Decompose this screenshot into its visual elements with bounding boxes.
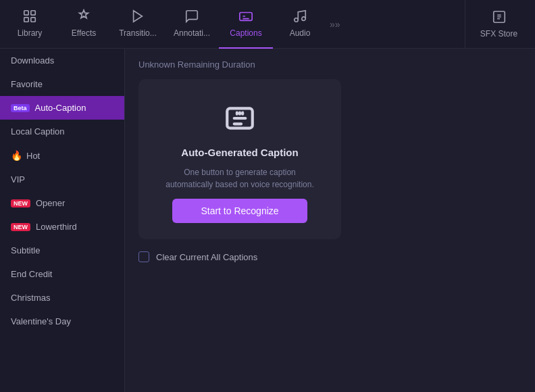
- svg-rect-2: [24, 18, 28, 22]
- sidebar-item-vip[interactable]: VIP: [0, 168, 124, 191]
- nav-audio[interactable]: Audio: [273, 0, 327, 49]
- top-nav: Library Effects Transitio... Annotati...: [0, 0, 535, 49]
- nav-sfx-label: SFX Store: [480, 29, 517, 39]
- sidebar-item-downloads[interactable]: Downloads: [0, 49, 124, 72]
- svg-rect-1: [31, 11, 35, 15]
- start-recognize-button[interactable]: Start to Recognize: [172, 199, 307, 223]
- nav-captions-label: Captions: [230, 28, 261, 38]
- annotations-icon: [184, 9, 199, 26]
- sidebar-subtitle-label: Subtitle: [11, 245, 40, 255]
- svg-point-7: [302, 17, 306, 20]
- nav-annotations[interactable]: Annotati...: [165, 0, 219, 49]
- main-layout: Downloads Favorite Beta Auto-Caption Loc…: [0, 49, 535, 392]
- nav-audio-label: Audio: [290, 28, 311, 38]
- sidebar-item-opener[interactable]: NEW Opener: [0, 191, 124, 215]
- sidebar-item-hot[interactable]: 🔥 Hot: [0, 143, 124, 168]
- nav-transitions[interactable]: Transitio...: [111, 0, 165, 49]
- sfx-icon: [492, 9, 507, 26]
- sidebar-item-end-credit[interactable]: End Credit: [0, 262, 124, 286]
- nav-library[interactable]: Library: [3, 0, 57, 49]
- nav-effects[interactable]: Effects: [57, 0, 111, 49]
- library-icon: [22, 9, 37, 26]
- new-badge-lowerthird: NEW: [11, 223, 30, 231]
- sidebar-end-credit-label: End Credit: [11, 269, 52, 279]
- transitions-icon: [130, 9, 145, 26]
- sidebar-item-favorite[interactable]: Favorite: [0, 72, 124, 96]
- content-area: Unknown Remaining Duration Auto-Generate…: [125, 49, 535, 392]
- sidebar-item-subtitle[interactable]: Subtitle: [0, 239, 124, 262]
- sidebar-auto-caption-label: Auto-Caption: [35, 103, 86, 113]
- sidebar-downloads-label: Downloads: [11, 55, 54, 66]
- sidebar-favorite-label: Favorite: [11, 79, 43, 89]
- sidebar-opener-label: Opener: [36, 198, 65, 208]
- sidebar-local-caption-label: Local Caption: [11, 126, 65, 137]
- sidebar-valentines-label: Valentine's Day: [11, 316, 71, 326]
- sidebar-hot-label: Hot: [26, 151, 40, 161]
- effects-icon: [76, 9, 91, 26]
- caption-card-description: One button to generate caption automatic…: [162, 166, 317, 191]
- sidebar-christmas-label: Christmas: [11, 293, 51, 303]
- beta-badge: Beta: [11, 104, 30, 112]
- sidebar-item-local-caption[interactable]: Local Caption: [0, 120, 124, 143]
- status-text: Unknown Remaining Duration: [138, 59, 521, 70]
- caption-card-title: Auto-Generated Caption: [181, 147, 298, 158]
- sidebar-item-auto-caption[interactable]: Beta Auto-Caption: [0, 96, 124, 120]
- sidebar: Downloads Favorite Beta Auto-Caption Loc…: [0, 49, 125, 392]
- svg-point-6: [295, 18, 299, 22]
- fire-icon: 🔥: [11, 150, 22, 161]
- clear-captions-label: Clear Current All Captions: [156, 252, 257, 262]
- nav-effects-label: Effects: [72, 28, 96, 38]
- clear-captions-row[interactable]: Clear Current All Captions: [138, 251, 521, 262]
- caption-card: Auto-Generated Caption One button to gen…: [138, 79, 341, 239]
- nav-captions[interactable]: Captions: [219, 0, 273, 49]
- sidebar-item-lowerthird[interactable]: NEW Lowerthird: [0, 215, 124, 239]
- captions-icon: [238, 9, 253, 26]
- clear-captions-checkbox[interactable]: [138, 251, 149, 262]
- audio-icon: [292, 9, 307, 26]
- nav-transitions-label: Transitio...: [119, 28, 157, 38]
- sidebar-item-christmas[interactable]: Christmas: [0, 286, 124, 310]
- svg-rect-0: [24, 11, 28, 15]
- svg-rect-3: [31, 18, 35, 22]
- nav-more-chevron[interactable]: »»: [327, 19, 343, 30]
- sidebar-lowerthird-label: Lowerthird: [36, 222, 77, 232]
- nav-library-label: Library: [18, 28, 43, 38]
- svg-rect-5: [240, 13, 252, 21]
- svg-marker-4: [134, 11, 143, 22]
- sidebar-vip-label: VIP: [11, 174, 25, 185]
- nav-annotations-label: Annotati...: [174, 28, 210, 38]
- nav-sfx-store[interactable]: SFX Store: [465, 0, 532, 49]
- sidebar-item-valentines[interactable]: Valentine's Day: [0, 310, 124, 333]
- caption-card-icon: [220, 98, 260, 139]
- new-badge-opener: NEW: [11, 199, 30, 207]
